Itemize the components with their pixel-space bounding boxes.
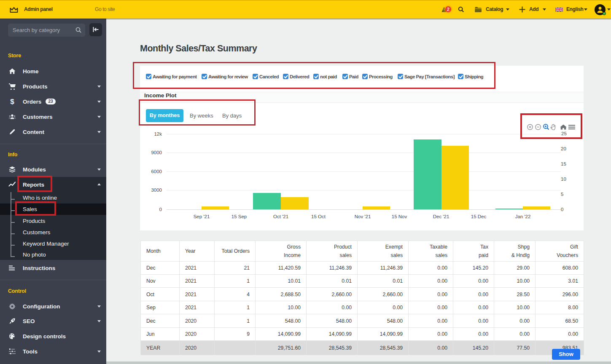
svg-text:$: $ [10, 98, 14, 105]
